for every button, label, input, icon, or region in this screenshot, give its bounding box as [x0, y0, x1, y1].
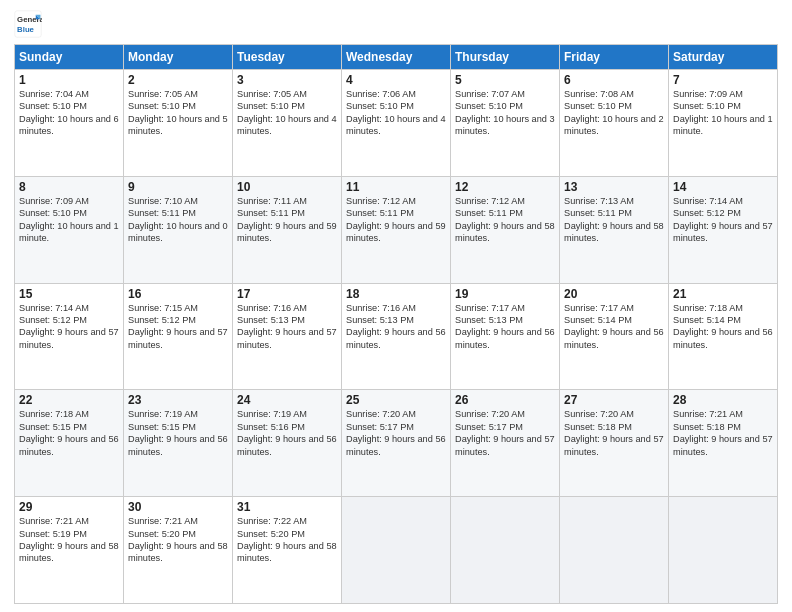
- calendar-cell: 2Sunrise: 7:05 AMSunset: 5:10 PMDaylight…: [124, 70, 233, 177]
- calendar-table: SundayMondayTuesdayWednesdayThursdayFrid…: [14, 44, 778, 604]
- calendar-cell: [560, 497, 669, 604]
- calendar-cell: 12Sunrise: 7:12 AMSunset: 5:11 PMDayligh…: [451, 176, 560, 283]
- calendar-cell: 27Sunrise: 7:20 AMSunset: 5:18 PMDayligh…: [560, 390, 669, 497]
- day-number: 27: [564, 393, 664, 407]
- day-number: 2: [128, 73, 228, 87]
- calendar-cell: 29Sunrise: 7:21 AMSunset: 5:19 PMDayligh…: [15, 497, 124, 604]
- calendar-cell: 23Sunrise: 7:19 AMSunset: 5:15 PMDayligh…: [124, 390, 233, 497]
- calendar-cell: 15Sunrise: 7:14 AMSunset: 5:12 PMDayligh…: [15, 283, 124, 390]
- calendar-cell: 13Sunrise: 7:13 AMSunset: 5:11 PMDayligh…: [560, 176, 669, 283]
- calendar-cell: 25Sunrise: 7:20 AMSunset: 5:17 PMDayligh…: [342, 390, 451, 497]
- calendar-cell: 1Sunrise: 7:04 AMSunset: 5:10 PMDaylight…: [15, 70, 124, 177]
- calendar-cell: 20Sunrise: 7:17 AMSunset: 5:14 PMDayligh…: [560, 283, 669, 390]
- cell-info: Sunrise: 7:16 AMSunset: 5:13 PMDaylight:…: [237, 302, 337, 352]
- cell-info: Sunrise: 7:12 AMSunset: 5:11 PMDaylight:…: [455, 195, 555, 245]
- calendar-cell: 22Sunrise: 7:18 AMSunset: 5:15 PMDayligh…: [15, 390, 124, 497]
- cell-info: Sunrise: 7:16 AMSunset: 5:13 PMDaylight:…: [346, 302, 446, 352]
- calendar-cell: 30Sunrise: 7:21 AMSunset: 5:20 PMDayligh…: [124, 497, 233, 604]
- cell-info: Sunrise: 7:05 AMSunset: 5:10 PMDaylight:…: [128, 88, 228, 138]
- day-number: 8: [19, 180, 119, 194]
- day-number: 7: [673, 73, 773, 87]
- calendar-cell: 28Sunrise: 7:21 AMSunset: 5:18 PMDayligh…: [669, 390, 778, 497]
- weekday-header-row: SundayMondayTuesdayWednesdayThursdayFrid…: [15, 45, 778, 70]
- cell-info: Sunrise: 7:11 AMSunset: 5:11 PMDaylight:…: [237, 195, 337, 245]
- header: General Blue: [14, 10, 778, 38]
- calendar-cell: [342, 497, 451, 604]
- day-number: 3: [237, 73, 337, 87]
- calendar-cell: 26Sunrise: 7:20 AMSunset: 5:17 PMDayligh…: [451, 390, 560, 497]
- calendar-cell: 24Sunrise: 7:19 AMSunset: 5:16 PMDayligh…: [233, 390, 342, 497]
- day-number: 21: [673, 287, 773, 301]
- cell-info: Sunrise: 7:21 AMSunset: 5:20 PMDaylight:…: [128, 515, 228, 565]
- calendar-cell: 14Sunrise: 7:14 AMSunset: 5:12 PMDayligh…: [669, 176, 778, 283]
- calendar-cell: 5Sunrise: 7:07 AMSunset: 5:10 PMDaylight…: [451, 70, 560, 177]
- calendar-cell: 11Sunrise: 7:12 AMSunset: 5:11 PMDayligh…: [342, 176, 451, 283]
- cell-info: Sunrise: 7:19 AMSunset: 5:16 PMDaylight:…: [237, 408, 337, 458]
- calendar-cell: 17Sunrise: 7:16 AMSunset: 5:13 PMDayligh…: [233, 283, 342, 390]
- cell-info: Sunrise: 7:06 AMSunset: 5:10 PMDaylight:…: [346, 88, 446, 138]
- calendar-cell: 7Sunrise: 7:09 AMSunset: 5:10 PMDaylight…: [669, 70, 778, 177]
- week-row-5: 29Sunrise: 7:21 AMSunset: 5:19 PMDayligh…: [15, 497, 778, 604]
- weekday-friday: Friday: [560, 45, 669, 70]
- svg-text:Blue: Blue: [17, 25, 35, 34]
- day-number: 1: [19, 73, 119, 87]
- logo-icon: General Blue: [14, 10, 42, 38]
- calendar-cell: [669, 497, 778, 604]
- calendar-cell: 16Sunrise: 7:15 AMSunset: 5:12 PMDayligh…: [124, 283, 233, 390]
- cell-info: Sunrise: 7:05 AMSunset: 5:10 PMDaylight:…: [237, 88, 337, 138]
- cell-info: Sunrise: 7:20 AMSunset: 5:17 PMDaylight:…: [455, 408, 555, 458]
- day-number: 10: [237, 180, 337, 194]
- day-number: 16: [128, 287, 228, 301]
- calendar-cell: 21Sunrise: 7:18 AMSunset: 5:14 PMDayligh…: [669, 283, 778, 390]
- day-number: 19: [455, 287, 555, 301]
- cell-info: Sunrise: 7:17 AMSunset: 5:13 PMDaylight:…: [455, 302, 555, 352]
- cell-info: Sunrise: 7:20 AMSunset: 5:18 PMDaylight:…: [564, 408, 664, 458]
- cell-info: Sunrise: 7:07 AMSunset: 5:10 PMDaylight:…: [455, 88, 555, 138]
- day-number: 14: [673, 180, 773, 194]
- cell-info: Sunrise: 7:19 AMSunset: 5:15 PMDaylight:…: [128, 408, 228, 458]
- calendar-cell: 31Sunrise: 7:22 AMSunset: 5:20 PMDayligh…: [233, 497, 342, 604]
- day-number: 31: [237, 500, 337, 514]
- day-number: 6: [564, 73, 664, 87]
- cell-info: Sunrise: 7:22 AMSunset: 5:20 PMDaylight:…: [237, 515, 337, 565]
- day-number: 23: [128, 393, 228, 407]
- day-number: 12: [455, 180, 555, 194]
- calendar-cell: 9Sunrise: 7:10 AMSunset: 5:11 PMDaylight…: [124, 176, 233, 283]
- day-number: 9: [128, 180, 228, 194]
- cell-info: Sunrise: 7:15 AMSunset: 5:12 PMDaylight:…: [128, 302, 228, 352]
- weekday-thursday: Thursday: [451, 45, 560, 70]
- calendar-cell: 19Sunrise: 7:17 AMSunset: 5:13 PMDayligh…: [451, 283, 560, 390]
- week-row-2: 8Sunrise: 7:09 AMSunset: 5:10 PMDaylight…: [15, 176, 778, 283]
- day-number: 11: [346, 180, 446, 194]
- cell-info: Sunrise: 7:12 AMSunset: 5:11 PMDaylight:…: [346, 195, 446, 245]
- cell-info: Sunrise: 7:04 AMSunset: 5:10 PMDaylight:…: [19, 88, 119, 138]
- day-number: 29: [19, 500, 119, 514]
- day-number: 30: [128, 500, 228, 514]
- day-number: 4: [346, 73, 446, 87]
- day-number: 20: [564, 287, 664, 301]
- cell-info: Sunrise: 7:08 AMSunset: 5:10 PMDaylight:…: [564, 88, 664, 138]
- weekday-saturday: Saturday: [669, 45, 778, 70]
- cell-info: Sunrise: 7:14 AMSunset: 5:12 PMDaylight:…: [673, 195, 773, 245]
- cell-info: Sunrise: 7:20 AMSunset: 5:17 PMDaylight:…: [346, 408, 446, 458]
- calendar-cell: 6Sunrise: 7:08 AMSunset: 5:10 PMDaylight…: [560, 70, 669, 177]
- cell-info: Sunrise: 7:18 AMSunset: 5:14 PMDaylight:…: [673, 302, 773, 352]
- day-number: 13: [564, 180, 664, 194]
- cell-info: Sunrise: 7:09 AMSunset: 5:10 PMDaylight:…: [673, 88, 773, 138]
- weekday-tuesday: Tuesday: [233, 45, 342, 70]
- day-number: 22: [19, 393, 119, 407]
- cell-info: Sunrise: 7:17 AMSunset: 5:14 PMDaylight:…: [564, 302, 664, 352]
- calendar-cell: 8Sunrise: 7:09 AMSunset: 5:10 PMDaylight…: [15, 176, 124, 283]
- day-number: 15: [19, 287, 119, 301]
- calendar-cell: [451, 497, 560, 604]
- weekday-monday: Monday: [124, 45, 233, 70]
- cell-info: Sunrise: 7:21 AMSunset: 5:18 PMDaylight:…: [673, 408, 773, 458]
- cell-info: Sunrise: 7:14 AMSunset: 5:12 PMDaylight:…: [19, 302, 119, 352]
- day-number: 24: [237, 393, 337, 407]
- calendar-cell: 4Sunrise: 7:06 AMSunset: 5:10 PMDaylight…: [342, 70, 451, 177]
- week-row-1: 1Sunrise: 7:04 AMSunset: 5:10 PMDaylight…: [15, 70, 778, 177]
- day-number: 18: [346, 287, 446, 301]
- cell-info: Sunrise: 7:10 AMSunset: 5:11 PMDaylight:…: [128, 195, 228, 245]
- weekday-sunday: Sunday: [15, 45, 124, 70]
- week-row-3: 15Sunrise: 7:14 AMSunset: 5:12 PMDayligh…: [15, 283, 778, 390]
